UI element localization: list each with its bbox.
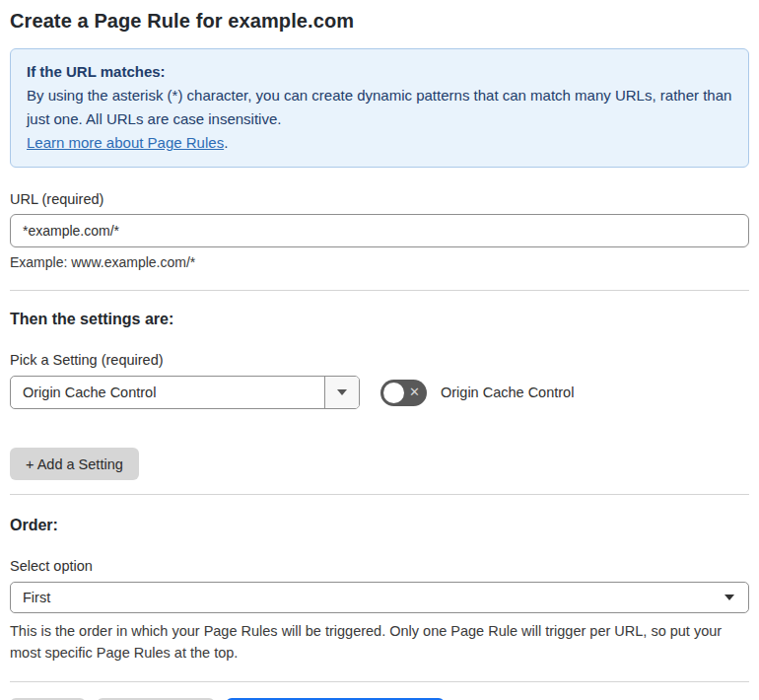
setting-select-arrow-button[interactable]	[324, 377, 359, 408]
x-icon: ✕	[409, 385, 420, 398]
setting-select[interactable]: Origin Cache Control	[10, 376, 360, 409]
page-rule-form: Create a Page Rule for example.com If th…	[0, 0, 759, 700]
chevron-down-icon	[337, 389, 347, 395]
url-input[interactable]	[10, 214, 749, 247]
toggle-label: Origin Cache Control	[441, 385, 574, 400]
divider	[10, 681, 749, 682]
setting-select-value: Origin Cache Control	[11, 377, 324, 408]
page-title: Create a Page Rule for example.com	[10, 10, 749, 33]
origin-cache-control-toggle[interactable]: ✕	[380, 380, 427, 406]
url-match-info-banner: If the URL matches: By using the asteris…	[10, 48, 749, 168]
divider	[10, 290, 749, 291]
learn-more-link[interactable]: Learn more about Page Rules	[27, 134, 224, 151]
order-heading: Order:	[10, 517, 749, 534]
pick-setting-label: Pick a Setting (required)	[10, 352, 749, 368]
order-select-value: First	[23, 590, 50, 605]
add-setting-button[interactable]: + Add a Setting	[10, 448, 139, 480]
toggle-knob	[383, 383, 404, 403]
order-select-label: Select option	[10, 558, 749, 574]
url-example-helper: Example: www.example.com/*	[10, 254, 749, 270]
settings-heading: Then the settings are:	[10, 311, 749, 328]
banner-body: By using the asterisk (*) character, you…	[27, 84, 732, 131]
order-helper-text: This is the order in which your Page Rul…	[10, 620, 744, 664]
banner-heading: If the URL matches:	[27, 60, 732, 84]
banner-link-suffix: .	[224, 134, 228, 151]
chevron-down-icon	[724, 595, 734, 600]
banner-link-row: Learn more about Page Rules.	[27, 131, 732, 155]
divider	[10, 494, 749, 495]
url-label: URL (required)	[10, 191, 749, 207]
setting-row: Origin Cache Control ✕ Origin Cache Cont…	[10, 376, 749, 409]
order-select[interactable]: First	[10, 582, 749, 613]
